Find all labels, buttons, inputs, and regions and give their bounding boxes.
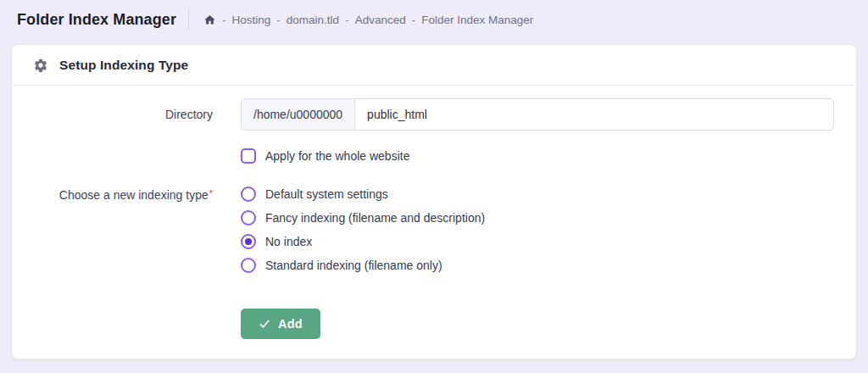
apply-whole-website-checkbox[interactable]: Apply for the whole website <box>241 148 834 164</box>
breadcrumb-item-hosting[interactable]: Hosting <box>232 14 271 26</box>
breadcrumb-item-advanced[interactable]: Advanced <box>355 14 406 26</box>
radio-default-system-settings[interactable]: Default system settings <box>241 186 834 202</box>
breadcrumb-separator: - <box>412 14 416 26</box>
home-icon[interactable] <box>203 14 216 26</box>
directory-label: Directory <box>12 107 213 122</box>
add-button-label: Add <box>278 317 303 331</box>
radio-icon[interactable] <box>241 258 256 273</box>
header-divider <box>188 8 189 31</box>
directory-input[interactable] <box>355 99 833 130</box>
breadcrumb: - Hosting - domain.tld - Advanced - Fold… <box>203 14 533 26</box>
top-header: Folder Index Manager - Hosting - domain.… <box>0 0 868 39</box>
checkbox-icon[interactable] <box>241 148 256 164</box>
setup-indexing-form: Directory /home/u0000000 Apply for the w… <box>12 86 856 339</box>
directory-input-group: /home/u0000000 <box>241 98 834 131</box>
breadcrumb-separator: - <box>276 14 281 26</box>
check-icon <box>259 318 270 330</box>
breadcrumb-item-current: Folder Index Manager <box>421 14 533 26</box>
breadcrumb-item-domain[interactable]: domain.tld <box>287 14 339 26</box>
radio-icon[interactable] <box>241 186 256 202</box>
breadcrumb-separator: - <box>222 14 226 26</box>
radio-icon[interactable] <box>241 234 256 249</box>
radio-icon[interactable] <box>241 210 256 225</box>
add-button[interactable]: Add <box>241 309 320 339</box>
card-header: Setup Indexing Type <box>12 45 856 86</box>
submit-row: Add <box>12 309 834 339</box>
breadcrumb-separator: - <box>345 14 349 26</box>
page-title: Folder Index Manager <box>17 11 176 29</box>
directory-row: Directory /home/u0000000 <box>12 98 834 131</box>
indexing-type-label: Choose a new indexing type* <box>12 186 213 203</box>
setup-indexing-card: Setup Indexing Type Directory /home/u000… <box>11 44 857 359</box>
apply-whole-website-label: Apply for the whole website <box>265 149 409 163</box>
indexing-type-row: Choose a new indexing type* Default syst… <box>12 186 834 273</box>
required-asterisk: * <box>209 188 213 198</box>
card-title: Setup Indexing Type <box>59 58 188 73</box>
directory-path-prefix: /home/u0000000 <box>242 99 355 130</box>
apply-whole-website-row: Apply for the whole website <box>12 148 834 164</box>
radio-no-index[interactable]: No index <box>241 233 834 249</box>
radio-fancy-indexing[interactable]: Fancy indexing (filename and description… <box>241 209 834 225</box>
gear-icon <box>33 58 48 73</box>
indexing-type-options: Default system settings Fancy indexing (… <box>241 186 834 273</box>
radio-standard-indexing[interactable]: Standard indexing (filename only) <box>241 257 834 273</box>
